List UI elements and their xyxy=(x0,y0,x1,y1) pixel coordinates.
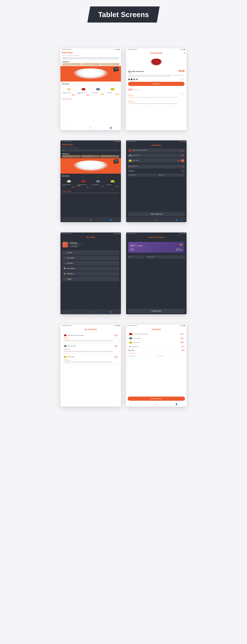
category-chip[interactable]: Women xyxy=(81,63,100,66)
delete-button[interactable]: ✕ xyxy=(181,159,184,162)
product-card[interactable]: Grey Finzi Mesh 150 $ xyxy=(91,86,105,97)
item-price: 299$ xyxy=(180,342,184,343)
review-user: Ufuk Satir xyxy=(128,95,185,96)
shipping-row: 📦 Shipping CostExpress 12$ xyxy=(128,164,185,168)
category-chip[interactable]: Clothing xyxy=(101,63,119,66)
product-card[interactable]: Presto Yellow 299 $ xyxy=(106,178,119,189)
tab-user[interactable]: 👤 xyxy=(101,310,121,314)
hero-banner[interactable]: CyclingEDITOR'SCHOICE xyxy=(60,158,121,174)
select-card-button[interactable]: Select Credit Card xyxy=(128,212,185,216)
qty-plus[interactable]: + xyxy=(184,78,185,80)
category-chip[interactable]: Women xyxy=(81,155,100,158)
add-address-button[interactable]: Add Address+ xyxy=(157,173,185,176)
product-price: 499 $ xyxy=(63,94,75,96)
menu-icon: ⚙ xyxy=(63,278,66,280)
product-name: Men's Nike Air Max 270 Casual xyxy=(77,184,89,186)
tab-user[interactable]: 👤 xyxy=(101,126,121,130)
read-more-link[interactable]: Read More xyxy=(165,76,170,77)
screen-home-light: 4:59 PM Sun Dec 22🔒 100% ■■ Delly Shop B… xyxy=(60,48,121,130)
color-swatches: − 1 + xyxy=(126,78,187,81)
tab-user[interactable]: 👤 xyxy=(166,402,187,406)
basket-item[interactable]: Men's Nike Air Max 270 Casual 362$ xyxy=(128,332,185,336)
qty-minus[interactable]: − xyxy=(180,78,181,80)
product-name: Presto Yellow xyxy=(107,184,118,185)
basket-item[interactable]: Grey Finzi Mesh 150$ xyxy=(128,336,185,340)
menu-item[interactable]: ⚙ Settings › xyxy=(62,277,119,281)
tab-user[interactable]: 👤 xyxy=(166,218,187,222)
add-card-button[interactable]: Add Credit Card+ xyxy=(146,255,185,258)
comment-product-name: Grey Finzi Mesh xyxy=(67,345,113,346)
tab-bag[interactable]: 🛍 xyxy=(146,218,167,222)
swatch[interactable] xyxy=(131,78,133,80)
basket-item[interactable]: Presto Yellow 299$ xyxy=(128,340,185,345)
tab-bag[interactable]: 🛍 xyxy=(81,310,101,314)
menu-label: Notifications xyxy=(67,273,74,274)
product-card[interactable]: Men's Nike Air Max 270 Casual 362 $ xyxy=(76,86,90,97)
menu-icon: 🔔 xyxy=(63,273,66,274)
previous-viewed-label: Previous Viewed xyxy=(60,190,121,192)
product-card[interactable]: Men's Nike Air Max 270 Casual 362 $ xyxy=(76,178,90,189)
product-row: iPhone 8 Plus Gold Apple 499 $ Men's Nik… xyxy=(60,177,121,189)
category-chip[interactable]: Men xyxy=(62,63,81,66)
chevron-right-icon: › xyxy=(117,252,118,253)
screen-profile: 4:59 PM Sun Dec 22🔒 100% ■■ My Profile X… xyxy=(60,232,121,314)
hero-shoe-image xyxy=(73,68,109,79)
product-card[interactable]: Grey Finzi Mesh 150 $ xyxy=(91,178,105,189)
tab-home[interactable]: ⌂ xyxy=(60,218,81,222)
add-address-button[interactable]: Add Address+ xyxy=(157,354,185,358)
hero-banner[interactable]: CyclingEDITOR'SCHOICE xyxy=(60,66,121,82)
product-card[interactable]: iPhone 8 Plus Gold Apple 499 $ xyxy=(62,178,76,189)
menu-item[interactable]: 💬 My Comments › xyxy=(62,266,119,271)
category-chip[interactable]: Men xyxy=(62,155,81,158)
comment-card: Men's Nike Air Max 270 Casual 362$ ★★★★★… xyxy=(62,333,119,342)
card-expiry: 12/24 xyxy=(130,249,134,251)
select-address-dropdown[interactable]: Select Address▾ xyxy=(128,173,156,176)
select-address-dropdown[interactable]: Select Address▾ xyxy=(128,354,156,358)
swatch[interactable] xyxy=(133,78,135,80)
complete-order-button[interactable]: Complete Order xyxy=(128,308,185,313)
basket-item[interactable]: Men's Nike Air Max 270 CasualGrey 362$ xyxy=(128,148,185,153)
product-name: Grey Finzi Mesh xyxy=(92,92,104,93)
basket-item[interactable]: Presto YellowGrey 299$ ✕ xyxy=(128,158,185,163)
menu-item[interactable]: ↻ Last View › xyxy=(62,250,119,255)
back-button[interactable]: ‹ xyxy=(128,236,128,238)
card-name: Work Card xyxy=(176,249,182,251)
search-input[interactable]: 🔍 xyxy=(62,57,119,60)
cvv-input[interactable]: CVV xyxy=(128,255,145,258)
search-input[interactable]: 🔍 xyxy=(62,149,119,152)
favorite-icon[interactable]: ♥ xyxy=(184,52,185,54)
swatch[interactable] xyxy=(136,78,138,80)
tab-bag[interactable]: 🛍 xyxy=(81,218,101,222)
basket-item[interactable]: Grey Finzi MeshGrey 150$ xyxy=(128,154,185,158)
edit-profile-button[interactable]: ✎ Edit Profile xyxy=(69,245,78,248)
page-title: Product Detail xyxy=(126,50,187,56)
select-card-button[interactable]: Select Credit Card xyxy=(128,396,185,401)
menu-item[interactable]: 🔔 Notifications › xyxy=(62,272,119,276)
screen-basket-dark: 4:59 PM Sun Dec 22🔒 100% ■■ My Basket Me… xyxy=(126,140,187,222)
product-card[interactable]: iPhone 8 Plus Gold Apple 499 $ xyxy=(62,86,76,97)
tab-home[interactable]: ⌂ xyxy=(126,218,146,222)
credit-card[interactable]: Card Number 5686 **** **** 5245 Expirati… xyxy=(128,242,185,253)
category-chip[interactable]: Clothing xyxy=(101,155,119,158)
back-button[interactable]: ‹ xyxy=(128,52,128,54)
menu-item[interactable]: 🛍 My Orders › xyxy=(62,261,119,266)
add-basket-button[interactable]: Add Basket xyxy=(128,82,185,86)
menu-item[interactable]: ♥ My Favorites › xyxy=(62,256,119,260)
swatch[interactable] xyxy=(128,78,130,80)
tab-home[interactable]: ⌂ xyxy=(60,126,81,130)
tab-user[interactable]: 👤 xyxy=(101,218,121,222)
product-sub: Apple xyxy=(63,93,75,94)
product-card[interactable]: Presto Yellow 299 $ xyxy=(106,86,119,97)
back-button[interactable]: ‹ xyxy=(62,328,63,330)
tab-bag[interactable]: 🛍 xyxy=(81,126,101,130)
menu-label: My Orders xyxy=(67,262,73,264)
status-bar: 4:59 PM Sun Dec 22🔒 100% ■■ xyxy=(60,324,121,327)
shipping-row: 📦 Shipping Cost 12$ xyxy=(128,345,185,348)
product-price: 499 $ xyxy=(63,186,75,188)
bestseller-label: Best Seller xyxy=(60,174,121,177)
tab-home[interactable]: ⌂ xyxy=(60,310,81,314)
tab-home[interactable]: ⌂ xyxy=(126,402,146,406)
product-name: Presto Yellow xyxy=(107,92,118,93)
tab-bag[interactable]: 🛍 xyxy=(146,402,167,406)
item-sub: Grey xyxy=(133,151,181,152)
